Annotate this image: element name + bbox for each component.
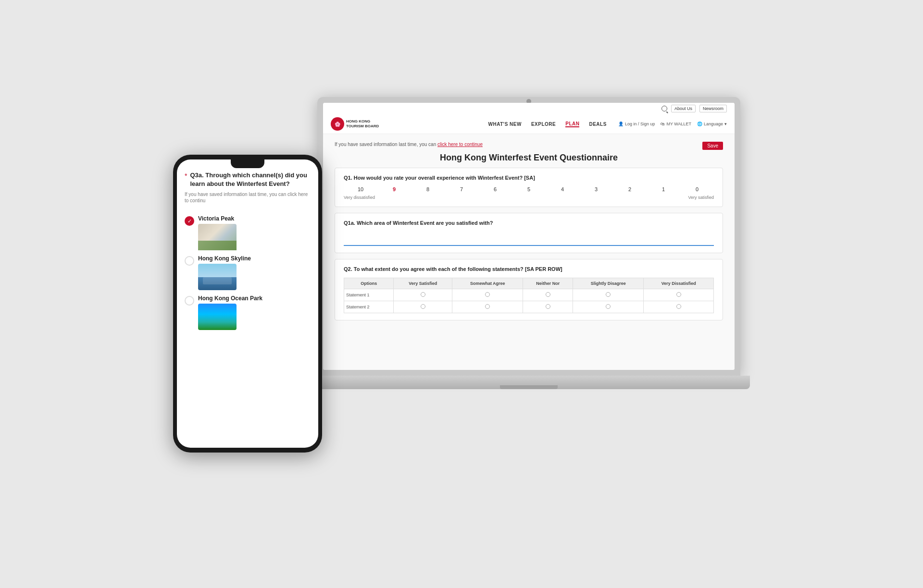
rating-2[interactable]: 2 <box>623 186 636 192</box>
phone-notch <box>231 159 264 168</box>
phone-option-2[interactable]: Hong Kong Skyline <box>185 255 311 290</box>
wallet-button[interactable]: 🛍 MY WALLET <box>661 122 691 126</box>
hk-skyline-label: Hong Kong Skyline <box>198 255 251 262</box>
label-right: Very satisfied <box>688 195 714 200</box>
rating-10[interactable]: 10 <box>354 186 367 192</box>
radio-hk-skyline[interactable] <box>185 256 194 266</box>
phone-option-3[interactable]: Hong Kong Ocean Park <box>185 295 311 330</box>
s1-somewhat-agree[interactable] <box>452 289 523 301</box>
questionnaire-title: Hong Kong Winterfest Event Questionnaire <box>335 153 723 163</box>
nav-deals[interactable]: DEALS <box>589 122 606 127</box>
nav-explore[interactable]: EXPLORE <box>531 122 556 127</box>
newsroom-link[interactable]: Newsroom <box>699 105 727 112</box>
nav-bar: About Us Newsroom 🌸 HONG KONG TOURISM BO… <box>323 103 735 134</box>
laptop: About Us Newsroom 🌸 HONG KONG TOURISM BO… <box>317 97 750 491</box>
q2-section: Q2. To what extent do you agree with eac… <box>335 259 723 320</box>
rating-labels: Very dissatisfied Very satisfied <box>344 195 714 200</box>
rating-0[interactable]: 0 <box>690 186 704 192</box>
col-options: Options <box>344 278 394 289</box>
q1-label: Q1. How would you rate your overall expe… <box>344 175 714 181</box>
language-button[interactable]: 🌐 Language ▾ <box>697 122 727 126</box>
laptop-screen: About Us Newsroom 🌸 HONG KONG TOURISM BO… <box>323 103 735 370</box>
rating-6[interactable]: 6 <box>488 186 502 192</box>
nav-main: 🌸 HONG KONG TOURISM BOARD WHAT'S NEW EXP… <box>331 114 727 134</box>
rating-7[interactable]: 7 <box>455 186 468 192</box>
statement-2-label: Statement 2 <box>344 301 394 313</box>
q1a-label: Q1a. Which area of Winterfest Event are … <box>344 220 714 226</box>
col-somewhat-agree: Somewhat Agree <box>452 278 523 289</box>
phone-question: * Q3a. Through which channel(s) did you … <box>185 171 311 208</box>
nav-whats-new[interactable]: WHAT'S NEW <box>488 122 522 127</box>
logo-text: HONG KONG TOURISM BOARD <box>346 119 379 128</box>
s2-somewhat-agree[interactable] <box>452 301 523 313</box>
col-very-dissatisfied: Very Dissatisfied <box>644 278 714 289</box>
nav-top: About Us Newsroom <box>331 103 727 114</box>
s2-neither-nor[interactable] <box>523 301 573 313</box>
rating-5[interactable]: 5 <box>522 186 536 192</box>
phone-question-header: * Q3a. Through which channel(s) did you … <box>185 171 311 188</box>
questionnaire-body: If you have saved information last time,… <box>323 134 735 370</box>
s1-slightly-disagree[interactable] <box>573 289 644 301</box>
col-neither-nor: Neither Nor <box>523 278 573 289</box>
col-slightly-disagree: Slightly Disagree <box>573 278 644 289</box>
ocean-park-image <box>198 304 237 330</box>
laptop-body: About Us Newsroom 🌸 HONG KONG TOURISM BO… <box>317 97 740 376</box>
about-us-link[interactable]: About Us <box>671 105 696 112</box>
rating-row: 10 9 8 7 6 5 4 3 2 1 0 <box>344 186 714 192</box>
phone: * Q3a. Through which channel(s) did you … <box>173 155 322 453</box>
phone-option-1[interactable]: Victoria Peak <box>185 215 311 250</box>
s1-very-dissatisfied[interactable] <box>644 289 714 301</box>
table-row: Statement 1 <box>344 289 714 301</box>
s1-very-satisfied[interactable] <box>394 289 452 301</box>
victoria-peak-label: Victoria Peak <box>198 215 237 222</box>
s2-very-satisfied[interactable] <box>394 301 452 313</box>
nav-right: 👤 Log in / Sign up 🛍 MY WALLET 🌐 Langua <box>618 122 727 126</box>
option-2-content: Hong Kong Skyline <box>198 255 251 290</box>
q1a-input[interactable] <box>344 235 714 246</box>
laptop-base <box>308 376 750 389</box>
rating-8[interactable]: 8 <box>421 186 435 192</box>
radio-victoria-peak[interactable] <box>185 216 194 226</box>
required-star: * <box>185 172 187 180</box>
quest-header: If you have saved information last time,… <box>335 142 723 153</box>
phone-question-subtext: If you have saved information last time,… <box>185 191 311 204</box>
table-header-row: Options Very Satisfied Somewhat Agree Ne… <box>344 278 714 289</box>
save-button[interactable]: Save <box>702 142 723 150</box>
option-1-content: Victoria Peak <box>198 215 237 250</box>
rating-4[interactable]: 4 <box>556 186 569 192</box>
rating-9[interactable]: 9 <box>387 186 401 192</box>
login-button[interactable]: 👤 Log in / Sign up <box>618 122 655 126</box>
phone-question-text: Q3a. Through which channel(s) did you le… <box>190 171 311 188</box>
search-icon[interactable] <box>661 106 667 111</box>
scene: About Us Newsroom 🌸 HONG KONG TOURISM BO… <box>173 78 750 510</box>
nav-plan[interactable]: PLAN <box>565 121 579 127</box>
statement-1-label: Statement 1 <box>344 289 394 301</box>
screen-content: About Us Newsroom 🌸 HONG KONG TOURISM BO… <box>323 103 735 370</box>
victoria-peak-image <box>198 224 237 250</box>
hk-skyline-image <box>198 264 237 290</box>
logo-icon: 🌸 <box>331 117 344 131</box>
continue-link[interactable]: click here to continue <box>437 142 483 147</box>
radio-ocean-park[interactable] <box>185 296 194 306</box>
ocean-park-label: Hong Kong Ocean Park <box>198 295 262 302</box>
s2-slightly-disagree[interactable] <box>573 301 644 313</box>
col-very-satisfied: Very Satisfied <box>394 278 452 289</box>
rating-1[interactable]: 1 <box>657 186 670 192</box>
table-row: Statement 2 <box>344 301 714 313</box>
logo-area: 🌸 HONG KONG TOURISM BOARD <box>331 117 379 131</box>
q1-section: Q1. How would you rate your overall expe… <box>335 168 723 207</box>
nav-links: WHAT'S NEW EXPLORE PLAN DEALS <box>488 121 607 127</box>
q1a-section: Q1a. Which area of Winterfest Event are … <box>335 213 723 253</box>
s2-very-dissatisfied[interactable] <box>644 301 714 313</box>
option-3-content: Hong Kong Ocean Park <box>198 295 262 330</box>
phone-screen: * Q3a. Through which channel(s) did you … <box>177 159 318 448</box>
q2-label: Q2. To what extent do you agree with eac… <box>344 266 714 272</box>
s1-neither-nor[interactable] <box>523 289 573 301</box>
save-info: If you have saved information last time,… <box>335 142 723 147</box>
label-left: Very dissatisfied <box>344 195 375 200</box>
q2-table: Options Very Satisfied Somewhat Agree Ne… <box>344 278 714 313</box>
rating-3[interactable]: 3 <box>589 186 603 192</box>
phone-frame: * Q3a. Through which channel(s) did you … <box>173 155 322 453</box>
